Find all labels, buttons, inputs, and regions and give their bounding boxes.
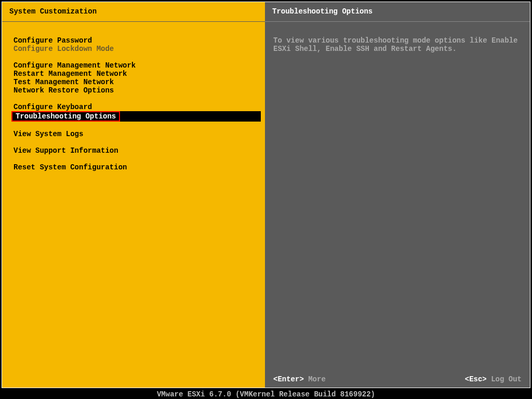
menu-item-network-restore-options[interactable]: Network Restore Options xyxy=(11,86,261,95)
menu-item-configure-keyboard[interactable]: Configure Keyboard xyxy=(11,103,261,111)
right-panel: Troubleshooting Options To view various … xyxy=(265,2,530,388)
left-panel: System Customization Configure Password … xyxy=(2,2,265,388)
right-panel-title: Troubleshooting Options xyxy=(265,2,530,22)
menu-group: View System Logs xyxy=(11,130,261,138)
footer-hints: <Enter> More <Esc> Log Out xyxy=(265,375,530,383)
keycap-esc: <Esc> xyxy=(465,375,487,383)
menu-item-configure-management-network[interactable]: Configure Management Network xyxy=(11,61,261,70)
menu-group: Configure Keyboard Troubleshooting Optio… xyxy=(11,103,261,122)
menu-item-test-management-network[interactable]: Test Management Network xyxy=(11,78,261,86)
menu-item-view-support-information[interactable]: View Support Information xyxy=(11,147,261,155)
hint-enter: <Enter> More xyxy=(273,375,326,383)
menu-group: View Support Information xyxy=(11,147,261,155)
hint-enter-label: More xyxy=(304,375,326,383)
menu-item-view-system-logs[interactable]: View System Logs xyxy=(11,130,261,138)
hint-esc: <Esc> Log Out xyxy=(465,375,522,383)
menu-item-reset-system-configuration[interactable]: Reset System Configuration xyxy=(11,163,261,171)
hint-esc-label: Log Out xyxy=(487,375,522,383)
menu-item-troubleshooting-options[interactable]: Troubleshooting Options xyxy=(12,112,119,121)
menu-group: Reset System Configuration xyxy=(11,163,261,171)
status-bar: VMware ESXi 6.7.0 (VMKernel Release Buil… xyxy=(0,390,532,399)
dcui-frame: System Customization Configure Password … xyxy=(2,2,530,388)
left-panel-title: System Customization xyxy=(2,2,265,22)
menu-item-selected-row: Troubleshooting Options xyxy=(11,111,261,122)
menu-body: Configure Password Configure Lockdown Mo… xyxy=(2,22,265,180)
menu-group: Configure Password Configure Lockdown Mo… xyxy=(11,36,261,53)
selection-highlight-box: Troubleshooting Options xyxy=(11,111,120,122)
menu-group: Configure Management Network Restart Man… xyxy=(11,61,261,95)
keycap-enter: <Enter> xyxy=(273,375,304,383)
detail-description: To view various troubleshooting mode opt… xyxy=(265,22,530,53)
menu-item-configure-lockdown-mode: Configure Lockdown Mode xyxy=(11,45,261,53)
menu-item-restart-management-network[interactable]: Restart Management Network xyxy=(11,70,261,78)
menu-item-configure-password[interactable]: Configure Password xyxy=(11,36,261,45)
